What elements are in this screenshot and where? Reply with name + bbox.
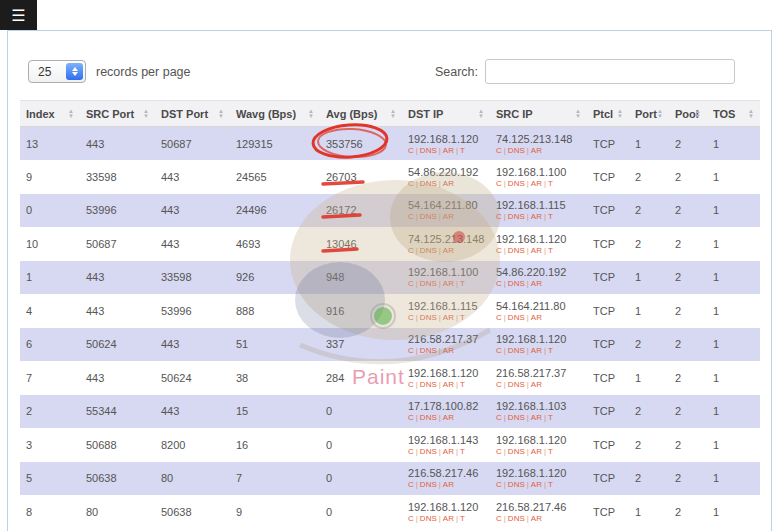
column-header-ptcl[interactable]: Ptcl [587,101,629,127]
ip-tag-link[interactable]: DNS [420,480,437,489]
ip-tag-link[interactable]: DNS [508,212,525,221]
ip-tag-link[interactable]: AR [531,514,542,523]
ip-tag-link[interactable]: DNS [420,380,437,389]
table-row[interactable]: 105068744346931304674.125.213.148C|DNS|A… [20,227,760,261]
ip-tag-link[interactable]: DNS [420,246,437,255]
search-input[interactable] [485,59,735,84]
ip-tag-link[interactable]: DNS [420,179,437,188]
ip-tag-link[interactable]: DNS [508,146,525,155]
ip-tag-link[interactable]: C [496,413,502,422]
ip-tag-link[interactable]: C [408,279,414,288]
ip-tag-link[interactable]: AR [531,179,542,188]
ip-tag-link[interactable]: C [496,447,502,456]
ip-tag-link[interactable]: AR [443,179,454,188]
table-row[interactable]: 3506888200160192.168.1.143C|DNS|AR|T192.… [20,428,760,462]
ip-tag-link[interactable]: T [460,146,465,155]
ip-tag-link[interactable]: AR [443,279,454,288]
ip-tag-link[interactable]: AR [443,246,454,255]
column-header-port[interactable]: Port [629,101,669,127]
table-row[interactable]: 444353996888916192.168.1.115C|DNS|AR|T54… [20,294,760,328]
ip-tag-link[interactable]: DNS [420,279,437,288]
ip-tag-link[interactable]: AR [443,346,454,355]
ip-tag-link[interactable]: T [460,313,465,322]
ip-tag-link[interactable]: AR [531,279,542,288]
column-header-dst_ip[interactable]: DST IP [402,101,490,127]
ip-tag-link[interactable]: C [408,380,414,389]
ip-tag-link[interactable]: C [408,514,414,523]
table-row[interactable]: 8805063890192.168.1.120C|DNS|AR|T216.58.… [20,495,760,529]
table-row[interactable]: 144333598926948192.168.1.100C|DNS|AR|T54… [20,261,760,295]
ip-tag-link[interactable]: T [460,279,465,288]
ip-tag-link[interactable]: AR [443,514,454,523]
ip-tag-link[interactable]: C [408,413,414,422]
ip-tag-link[interactable]: C [408,179,414,188]
ip-tag-link[interactable]: AR [531,313,542,322]
ip-tag-link[interactable]: DNS [420,313,437,322]
ip-tag-link[interactable]: T [548,179,553,188]
table-row[interactable]: 65062444351337216.58.217.37C|DNS|AR192.1… [20,328,760,362]
column-header-wavg[interactable]: Wavg (Bps) [230,101,320,127]
ip-tag-link[interactable]: T [548,346,553,355]
ip-tag-link[interactable]: T [460,514,465,523]
ip-tag-link[interactable]: T [548,413,553,422]
column-header-src_port[interactable]: SRC Port [80,101,155,127]
ip-tag-link[interactable]: C [496,179,502,188]
ip-tag-link[interactable]: DNS [420,514,437,523]
ip-tag-link[interactable]: AR [531,246,542,255]
ip-tag-link[interactable]: AR [443,413,454,422]
ip-tag-link[interactable]: C [496,480,502,489]
ip-tag-link[interactable]: DNS [420,146,437,155]
table-row[interactable]: 5506388070216.58.217.46C|DNS|AR192.168.1… [20,462,760,496]
ip-tag-link[interactable]: C [408,313,414,322]
ip-tag-link[interactable]: DNS [508,380,525,389]
ip-tag-link[interactable]: DNS [508,480,525,489]
ip-tag-link[interactable]: DNS [508,413,525,422]
ip-tag-link[interactable]: C [408,212,414,221]
ip-tag-link[interactable]: AR [531,480,542,489]
ip-tag-link[interactable]: C [496,246,502,255]
ip-tag-link[interactable]: DNS [508,447,525,456]
ip-tag-link[interactable]: DNS [508,346,525,355]
ip-tag-link[interactable]: C [496,146,502,155]
ip-tag-link[interactable]: AR [443,480,454,489]
ip-tag-link[interactable]: DNS [508,246,525,255]
ip-tag-link[interactable]: AR [531,447,542,456]
ip-tag-link[interactable]: DNS [508,179,525,188]
column-header-pool[interactable]: Pool [669,101,707,127]
ip-tag-link[interactable]: AR [443,380,454,389]
ip-tag-link[interactable]: T [460,447,465,456]
ip-tag-link[interactable]: DNS [508,514,525,523]
ip-tag-link[interactable]: DNS [420,413,437,422]
ip-tag-link[interactable]: C [408,447,414,456]
ip-tag-link[interactable]: AR [531,146,542,155]
table-row[interactable]: 25534444315017.178.100.82C|DNS|AR192.168… [20,395,760,429]
ip-tag-link[interactable]: AR [443,447,454,456]
ip-tag-link[interactable]: AR [531,413,542,422]
ip-tag-link[interactable]: T [548,246,553,255]
column-header-avg[interactable]: Avg (Bps) [320,101,402,127]
ip-tag-link[interactable]: T [548,212,553,221]
ip-tag-link[interactable]: C [408,146,414,155]
column-header-dst_port[interactable]: DST Port [155,101,230,127]
ip-tag-link[interactable]: T [548,480,553,489]
ip-tag-link[interactable]: C [496,346,502,355]
ip-tag-link[interactable]: AR [443,212,454,221]
ip-tag-link[interactable]: C [496,514,502,523]
column-header-src_ip[interactable]: SRC IP [490,101,587,127]
ip-tag-link[interactable]: DNS [508,279,525,288]
column-header-tos[interactable]: TOS [707,101,760,127]
ip-tag-link[interactable]: C [408,480,414,489]
table-row[interactable]: 933598443245652670354.86.220.192C|DNS|AR… [20,160,760,194]
ip-tag-link[interactable]: C [496,380,502,389]
ip-tag-link[interactable]: DNS [420,346,437,355]
table-row[interactable]: 1344350687129315353756192.168.1.120C|DNS… [20,127,760,161]
ip-tag-link[interactable]: C [496,279,502,288]
column-header-index[interactable]: Index [20,101,80,127]
ip-tag-link[interactable]: C [496,212,502,221]
ip-tag-link[interactable]: AR [443,313,454,322]
ip-tag-link[interactable]: AR [531,346,542,355]
ip-tag-link[interactable]: DNS [420,447,437,456]
ip-tag-link[interactable]: AR [531,212,542,221]
ip-tag-link[interactable]: DNS [508,313,525,322]
ip-tag-link[interactable]: C [496,313,502,322]
